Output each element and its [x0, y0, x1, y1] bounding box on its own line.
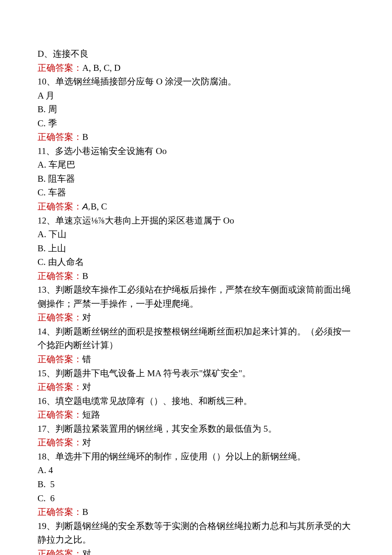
question-11: 11、多选小巷运输安全设施有 Oo: [37, 144, 355, 158]
answer-label: 正确答案：: [37, 507, 82, 517]
option-a: A 月: [37, 89, 355, 103]
answer-value: 错: [82, 354, 91, 364]
answer-value: 对: [82, 437, 91, 447]
option-c: C. 车器: [37, 186, 355, 200]
option-a: A. 4: [37, 463, 355, 477]
answer-label: 正确答案：: [37, 382, 82, 392]
answer-value: A, B, C, D: [82, 63, 121, 73]
option-c: C. 6: [37, 491, 355, 506]
question-18: 18、单选井下用的钢丝绳环的制作，应使用（）分以上的新钢丝绳。: [37, 450, 355, 464]
answer-label: 正确答案：: [37, 63, 82, 73]
answer-label: 正确答案：: [37, 132, 82, 142]
option-c: C. 由人命名: [37, 255, 355, 269]
answer-value: B: [82, 507, 88, 517]
answer-label: 正确答案：: [37, 549, 82, 555]
answer-label: 正确答案：: [37, 201, 82, 212]
answer-line-18: 正确答案：B: [37, 505, 355, 519]
answer-value: B: [82, 271, 88, 281]
question-19: 19、判断题钢丝绳的安全系数等于实测的合格钢丝绳拉断力总和与其所承受的大静拉力之…: [37, 519, 355, 547]
option-a: A. 下山: [37, 227, 355, 241]
question-16: 16、填空题电缆常见故障有（）、接地、和断线三种。: [37, 394, 355, 408]
answer-label: 正确答案：: [37, 410, 82, 420]
answer-line-10: 正确答案：B: [37, 130, 355, 144]
question-15: 15、判断题井下电气设备上 MA 符号表示"煤矿安全"。: [37, 366, 355, 381]
answer-value: 对: [82, 382, 91, 392]
answer-line-9: 正确答案：A, B, C, D: [37, 61, 355, 75]
option-b: B. 周: [37, 102, 355, 116]
option-b: B. 阻车器: [37, 172, 355, 186]
option-b: B. 5: [37, 477, 355, 491]
question-14: 14、判断题断丝钢丝的面积是按整根钢丝绳断丝面积加起来计算的。（必须按一个捻距内…: [37, 325, 355, 352]
answer-value: 对: [82, 549, 91, 555]
answer-line-12: 正确答案：B: [37, 269, 355, 283]
answer-line-19: 正确答案：对: [37, 547, 355, 555]
answer-value-a: A,: [82, 201, 91, 211]
option-c: C. 季: [37, 116, 355, 131]
option-b: B. 上山: [37, 241, 355, 256]
answer-line-15: 正确答案：对: [37, 380, 355, 394]
question-17: 17、判断题拉紧装置用的钢丝绳，其安全系数的最低值为 5。: [37, 422, 355, 436]
answer-line-16: 正确答案：短路: [37, 408, 355, 422]
answer-label: 正确答案：: [37, 312, 82, 323]
answer-line-17: 正确答案：对: [37, 436, 355, 450]
answer-label: 正确答案：: [37, 437, 82, 447]
option-a: A. 车尾巴: [37, 158, 355, 172]
question-13: 13、判断题绞车操作工必须站在护绳板后操作，严禁在绞车侧面或滚筒前面出绳侧操作；…: [37, 283, 355, 311]
question-10: 10、单选钢丝绳插接部分应每 O 涂浸一次防腐油。: [37, 75, 355, 89]
answer-line-14: 正确答案：错: [37, 352, 355, 366]
document-page: D、连接不良 正确答案：A, B, C, D 10、单选钢丝绳插接部分应每 O …: [0, 0, 392, 555]
answer-label: 正确答案：: [37, 271, 82, 281]
answer-line-11: 正确答案：A,B, C: [37, 200, 355, 214]
answer-value-b: B, C: [91, 201, 107, 212]
answer-value: 短路: [82, 410, 100, 420]
answer-value: B: [82, 132, 88, 142]
answer-label: 正确答案：: [37, 354, 82, 364]
answer-line-13: 正确答案：对: [37, 311, 355, 325]
answer-value: 对: [82, 312, 91, 323]
option-d: D、连接不良: [37, 47, 355, 61]
question-12: 12、单速京运⅛⅞大巷向上开掘的采区巷道属于 Oo: [37, 214, 355, 228]
